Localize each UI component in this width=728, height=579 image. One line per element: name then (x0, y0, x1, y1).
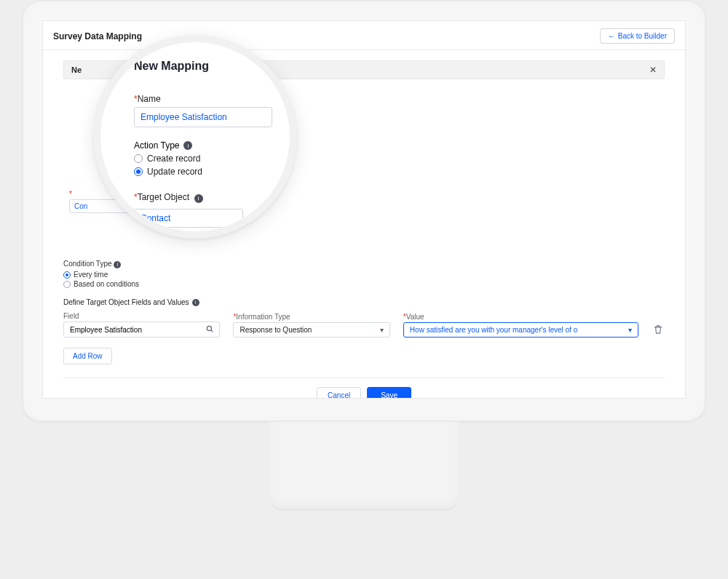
svg-point-0 (207, 326, 212, 330)
radio-icon (63, 281, 71, 288)
radio-label: Update record (147, 167, 202, 177)
back-button-label: Back to Builder (618, 32, 667, 40)
svg-line-1 (211, 330, 213, 332)
value-text: How satisfied are you with your manager'… (410, 326, 577, 334)
magnifier-zoom-overlay: New Mapping *Name Action Type i Create r… (93, 35, 297, 239)
field-lookup-input[interactable] (70, 326, 206, 334)
info-icon[interactable]: i (114, 261, 121, 268)
back-to-builder-button[interactable]: ← Back to Builder (600, 28, 675, 44)
delete-row-button[interactable] (652, 324, 665, 338)
save-button[interactable]: Save (367, 387, 411, 399)
chevron-down-icon: ▾ (628, 326, 632, 334)
name-label: *Name (134, 94, 161, 104)
action-type-label: Action Type i (134, 140, 269, 151)
radio-icon (134, 167, 143, 176)
modal-footer: Cancel Save (63, 378, 665, 399)
radio-update-record[interactable]: Update record (134, 167, 269, 177)
field-column: Field (63, 312, 220, 338)
name-input[interactable] (134, 107, 272, 127)
radio-label: Create record (147, 153, 200, 164)
info-icon[interactable]: i (194, 194, 203, 203)
info-type-value: Response to Question (240, 326, 312, 334)
condition-type-block: Condition Type i Every time Based on con… (63, 260, 665, 288)
info-icon[interactable]: i (183, 141, 192, 150)
target-object-input[interactable] (134, 209, 243, 228)
cancel-button[interactable]: Cancel (317, 387, 361, 399)
info-icon[interactable]: i (192, 299, 199, 306)
magnifier-content: New Mapping *Name Action Type i Create r… (100, 42, 290, 228)
define-fields-text: Define Target Object Fields and Values (63, 298, 189, 306)
value-select[interactable]: How satisfied are you with your manager'… (403, 322, 638, 338)
page-title: Survey Data Mapping (53, 31, 142, 41)
condition-radio-based-on[interactable]: Based on conditions (63, 280, 665, 288)
field-label: Field (63, 312, 220, 320)
field-lookup[interactable] (63, 322, 220, 338)
condition-type-label: Condition Type (63, 260, 112, 268)
modal-title-truncated: Ne (71, 65, 82, 74)
app-header: Survey Data Mapping ← Back to Builder (43, 21, 685, 50)
name-field-group: *Name (134, 92, 269, 127)
search-icon (206, 325, 213, 334)
info-type-label: *Information Type (233, 313, 389, 321)
radio-icon (63, 271, 71, 279)
radio-icon (134, 154, 143, 163)
target-object-group: *Target Object i (134, 190, 269, 228)
chevron-down-icon: ▾ (380, 326, 384, 334)
truncated-field-label: ‌ (69, 190, 74, 198)
info-type-column: *Information Type Response to Question ▾ (233, 313, 389, 338)
value-column: *Value How satisfied are you with your m… (403, 313, 638, 338)
condition-radio-every-time[interactable]: Every time (63, 271, 665, 279)
define-fields-label: Define Target Object Fields and Values i (63, 298, 665, 306)
new-mapping-title: New Mapping (134, 60, 269, 73)
add-row-button[interactable]: Add Row (63, 348, 112, 364)
value-label: *Value (403, 313, 638, 321)
radio-label: Every time (74, 271, 108, 279)
back-arrow-icon: ← (608, 32, 615, 40)
radio-label: Based on conditions (74, 280, 139, 288)
target-object-label: *Target Object i (134, 192, 203, 203)
mapping-row: Field *Information Type (63, 312, 665, 338)
monitor-stand (269, 422, 459, 509)
info-type-select[interactable]: Response to Question ▾ (233, 322, 389, 338)
action-type-group: Action Type i Create record Update recor… (134, 140, 269, 177)
close-icon[interactable]: ✕ (649, 65, 657, 75)
radio-create-record[interactable]: Create record (134, 153, 269, 164)
